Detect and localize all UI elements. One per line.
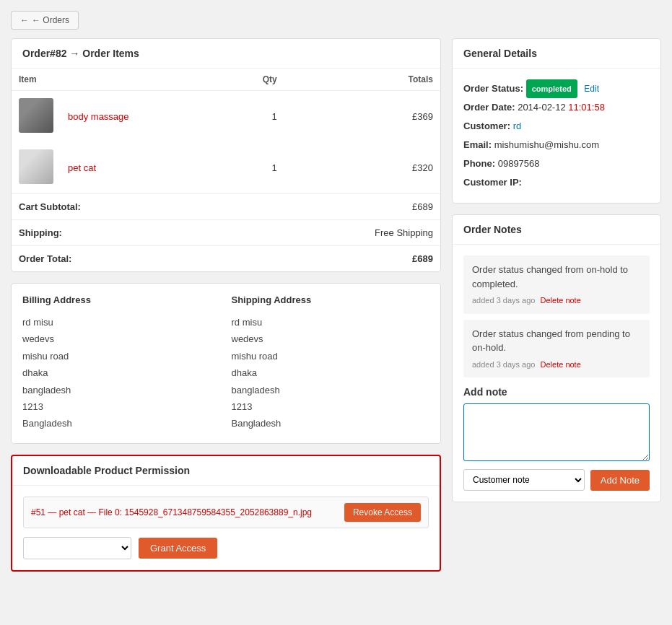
table-row: body massage 1 £369 xyxy=(12,91,440,143)
download-item: #51 — pet cat — File 0: 1545928_67134875… xyxy=(23,497,429,528)
note-item: Order status changed from pending to on-… xyxy=(463,320,650,378)
billing-address-box: Billing Address rd misuwedevsmishu roadd… xyxy=(22,294,221,432)
note-text: Order status changed from pending to on-… xyxy=(472,327,641,355)
order-total-value: £689 xyxy=(284,246,440,272)
customer-row: Customer: rd xyxy=(463,117,650,136)
product-total-massage: £369 xyxy=(284,91,440,143)
downloadable-permission-card: Downloadable Product Permission #51 — pe… xyxy=(11,455,441,572)
product-thumbnail-cat xyxy=(19,149,53,184)
note-meta: added 3 days ago Delete note xyxy=(472,294,641,307)
back-button-label: ← Orders xyxy=(32,15,69,25)
col-item: Item xyxy=(12,69,61,91)
status-badge: completed xyxy=(526,79,577,98)
product-qty-cat: 1 xyxy=(222,142,284,194)
order-date-value: 2014-02-12 xyxy=(518,102,566,113)
revoke-access-button[interactable]: Revoke Access xyxy=(344,503,421,522)
order-date-row: Order Date: 2014-02-12 11:01:58 xyxy=(463,98,650,117)
note-textarea[interactable] xyxy=(463,403,650,461)
order-notes-header: Order Notes xyxy=(453,215,660,245)
note-meta: added 3 days ago Delete note xyxy=(472,359,641,371)
col-qty: Qty xyxy=(222,69,284,91)
note-text: Order status changed from on-hold to com… xyxy=(472,263,641,291)
back-arrow-icon: ← xyxy=(20,15,29,25)
order-notes-card: Order Notes Order status changed from on… xyxy=(452,214,661,502)
shipping-address-title: Shipping Address xyxy=(232,294,430,305)
grant-access-row: Grant Access xyxy=(23,537,429,559)
add-note-label: Add note xyxy=(463,386,650,398)
product-link-cat[interactable]: pet cat xyxy=(68,162,96,173)
note-actions: Customer note Add Note xyxy=(463,469,650,491)
download-card-header: Downloadable Product Permission xyxy=(12,456,440,486)
download-item-text: #51 — pet cat — File 0: 1545928_67134875… xyxy=(31,507,337,517)
order-items-header: Order#82 → Order Items xyxy=(12,39,440,69)
col-totals: Totals xyxy=(284,69,440,91)
address-card: Billing Address rd misuwedevsmishu roadd… xyxy=(11,283,441,444)
general-details-header: General Details xyxy=(453,39,660,69)
billing-address-title: Billing Address xyxy=(22,294,221,305)
cart-subtotal-value: £689 xyxy=(284,194,440,220)
cart-subtotal-row: Cart Subtotal: £689 xyxy=(12,194,440,220)
general-details-card: General Details Order Status: completed … xyxy=(452,38,661,204)
billing-address-lines: rd misuwedevsmishu roaddhakabangladesh12… xyxy=(22,314,221,432)
order-total-row: Order Total: £689 xyxy=(12,246,440,272)
edit-status-link[interactable]: Edit xyxy=(584,84,599,94)
note-type-select[interactable]: Customer note xyxy=(463,469,585,491)
delete-note-link[interactable]: Delete note xyxy=(541,296,581,305)
product-total-cat: £320 xyxy=(284,142,440,194)
grant-access-button[interactable]: Grant Access xyxy=(139,538,217,559)
shipping-address-box: Shipping Address rd misuwedevsmishu road… xyxy=(232,294,430,432)
order-items-card: Order#82 → Order Items Item Qty Totals xyxy=(11,38,441,272)
table-row: pet cat 1 £320 xyxy=(12,142,440,194)
note-item: Order status changed from on-hold to com… xyxy=(463,255,650,314)
shipping-row: Shipping: Free Shipping xyxy=(12,220,440,246)
product-thumbnail-massage xyxy=(19,98,53,133)
delete-note-link[interactable]: Delete note xyxy=(541,360,581,369)
shipping-value: Free Shipping xyxy=(284,220,440,246)
shipping-address-lines: rd misuwedevsmishu roaddhakabangladesh12… xyxy=(232,314,430,432)
grant-product-select[interactable] xyxy=(23,537,131,559)
email-value: mishumishu@mishu.com xyxy=(494,139,599,150)
order-status-row: Order Status: completed Edit xyxy=(463,79,650,98)
product-qty-massage: 1 xyxy=(222,91,284,143)
order-table: Item Qty Totals xyxy=(12,69,440,271)
add-note-button[interactable]: Add Note xyxy=(590,470,650,491)
phone-row: Phone: 09897568 xyxy=(463,154,650,173)
customer-ip-row: Customer IP: xyxy=(463,173,650,192)
back-button[interactable]: ← ← Orders xyxy=(11,11,79,30)
order-time-value: 11:01:58 xyxy=(568,102,605,113)
phone-value: 09897568 xyxy=(498,158,540,169)
product-link-massage[interactable]: body massage xyxy=(68,111,129,122)
customer-link[interactable]: rd xyxy=(513,121,522,131)
email-row: Email: mishumishu@mishu.com xyxy=(463,136,650,154)
